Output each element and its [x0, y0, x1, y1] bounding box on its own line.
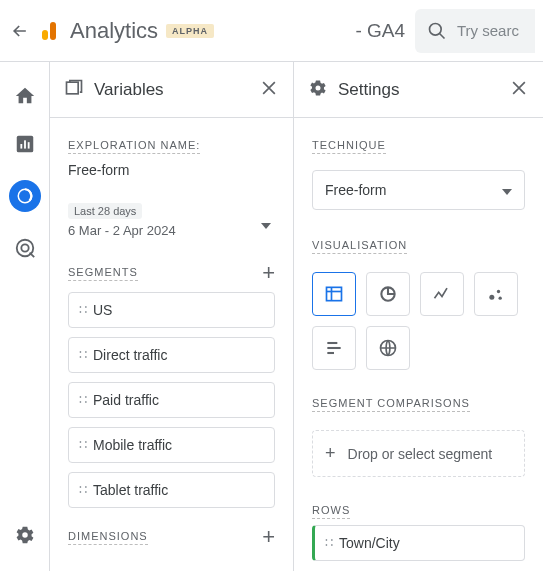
- exploration-name-label: EXPLORATION NAME:: [68, 139, 200, 154]
- close-settings-button[interactable]: [509, 78, 529, 101]
- technique-label: TECHNIQUE: [312, 139, 386, 154]
- drag-handle-icon: ∷: [79, 351, 85, 359]
- property-name: - GA4: [355, 20, 405, 42]
- segment-label: Mobile traffic: [93, 437, 172, 453]
- nav-home[interactable]: [13, 84, 37, 108]
- segment-label: Tablet traffic: [93, 482, 168, 498]
- search-box[interactable]: Try searc: [415, 9, 535, 53]
- add-dimension-button[interactable]: +: [262, 526, 275, 548]
- back-arrow[interactable]: [8, 19, 32, 43]
- add-segment-button[interactable]: +: [262, 262, 275, 284]
- technique-select[interactable]: Free-form: [312, 170, 525, 210]
- svg-point-16: [499, 297, 502, 300]
- variables-title: Variables: [94, 80, 259, 100]
- settings-icon: [308, 78, 328, 101]
- app-title: Analytics: [70, 18, 158, 44]
- nav-advertising[interactable]: [13, 236, 37, 260]
- caret-down-icon: [502, 182, 512, 198]
- segment-chip[interactable]: ∷ Mobile traffic: [68, 427, 275, 463]
- dropzone-text: Drop or select segment: [348, 446, 493, 462]
- nav-admin[interactable]: [13, 523, 37, 547]
- svg-rect-9: [67, 82, 79, 94]
- viz-line-button[interactable]: [420, 272, 464, 316]
- segments-label: SEGMENTS: [68, 266, 138, 281]
- segment-label: US: [93, 302, 112, 318]
- svg-rect-10: [327, 287, 342, 300]
- date-range-picker[interactable]: Last 28 days 6 Mar - 2 Apr 2024: [68, 202, 275, 238]
- viz-scatter-button[interactable]: [474, 272, 518, 316]
- segment-label: Paid traffic: [93, 392, 159, 408]
- plus-icon: +: [325, 443, 336, 464]
- caret-down-icon: [261, 216, 271, 232]
- svg-line-1: [440, 33, 445, 38]
- technique-value: Free-form: [325, 182, 386, 198]
- drag-handle-icon: ∷: [79, 486, 85, 494]
- visualisation-label: VISUALISATION: [312, 239, 407, 254]
- search-icon: [427, 21, 447, 41]
- viz-donut-button[interactable]: [366, 272, 410, 316]
- settings-title: Settings: [338, 80, 509, 100]
- svg-rect-4: [24, 140, 26, 148]
- variables-icon: [64, 78, 84, 101]
- search-placeholder: Try searc: [457, 22, 519, 39]
- segment-chip[interactable]: ∷ Tablet traffic: [68, 472, 275, 508]
- alpha-badge: ALPHA: [166, 24, 214, 38]
- svg-point-0: [430, 23, 442, 35]
- segment-dropzone[interactable]: + Drop or select segment: [312, 430, 525, 477]
- svg-point-14: [489, 295, 494, 300]
- segment-comparisons-label: SEGMENT COMPARISONS: [312, 397, 470, 412]
- segment-chip[interactable]: ∷ Paid traffic: [68, 382, 275, 418]
- nav-explore[interactable]: [9, 180, 41, 212]
- date-range-text: 6 Mar - 2 Apr 2024: [68, 223, 275, 238]
- drag-handle-icon: ∷: [325, 539, 331, 547]
- viz-bar-button[interactable]: [312, 326, 356, 370]
- segment-chip[interactable]: ∷ US: [68, 292, 275, 328]
- viz-geo-button[interactable]: [366, 326, 410, 370]
- nav-reports[interactable]: [13, 132, 37, 156]
- row-chip[interactable]: ∷ Town/City: [312, 525, 525, 561]
- segment-chip[interactable]: ∷ Direct traffic: [68, 337, 275, 373]
- rows-label: ROWS: [312, 504, 350, 519]
- drag-handle-icon: ∷: [79, 396, 85, 404]
- svg-point-15: [497, 290, 500, 293]
- analytics-logo: [42, 22, 56, 40]
- drag-handle-icon: ∷: [79, 306, 85, 314]
- svg-rect-3: [20, 144, 22, 149]
- drag-handle-icon: ∷: [79, 441, 85, 449]
- svg-point-8: [21, 244, 28, 251]
- segment-label: Direct traffic: [93, 347, 167, 363]
- exploration-name-value[interactable]: Free-form: [68, 162, 275, 178]
- close-variables-button[interactable]: [259, 78, 279, 101]
- viz-table-button[interactable]: [312, 272, 356, 316]
- dimensions-label: DIMENSIONS: [68, 530, 148, 545]
- date-pill: Last 28 days: [68, 203, 142, 219]
- svg-rect-5: [27, 142, 29, 148]
- row-label: Town/City: [339, 535, 400, 551]
